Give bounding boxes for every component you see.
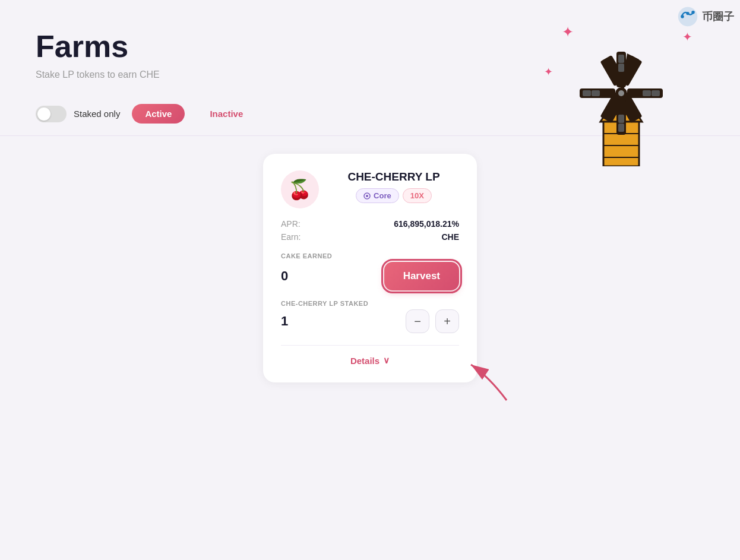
apr-row: APR: 616,895,018.21% [281,219,459,229]
staked-section: CHE-CHERRY LP STAKED 1 − + [281,300,459,333]
stake-button[interactable]: + [435,309,459,333]
details-link[interactable]: Details ∨ [281,355,459,366]
apr-label: APR: [281,219,301,229]
earn-value: CHE [441,232,459,242]
badges: Core 10X [356,188,432,203]
svg-rect-30 [592,90,600,96]
active-tab-button[interactable]: Active [132,104,185,124]
svg-rect-28 [618,115,624,123]
earn-row: Earn: CHE [281,232,459,242]
hero-section: Farms Stake LP tokens to earn CHE ✦ ✦ ✦ [0,0,740,92]
card-title-section: CHE-CHERRY LP Core 10X [328,170,459,203]
toggle-knob [37,107,50,121]
card-title: CHE-CHERRY LP [347,170,439,183]
svg-point-34 [366,195,368,197]
apr-value: 616,895,018.21% [394,219,459,229]
svg-rect-25 [652,90,660,96]
core-badge: Core [356,188,399,203]
svg-rect-23 [618,55,624,63]
cherry-icon: 🍒 [288,178,312,201]
inactive-tab-button[interactable]: Inactive [197,104,256,124]
windmill-illustration: ✦ ✦ ✦ [562,18,692,184]
svg-rect-24 [618,64,624,72]
windmill-svg [562,18,681,166]
svg-point-32 [618,90,624,96]
earned-row: 0 Harvest [281,262,459,290]
cake-earned-label: CAKE EARNED [281,252,459,260]
star-decoration-1: ✦ [562,24,574,40]
unstake-button[interactable]: − [406,309,429,333]
chevron-down-icon: ∨ [383,355,390,366]
staked-only-toggle[interactable] [36,106,67,122]
cards-container: 🍒 CHE-CHERRY LP Core 10X A [0,154,740,382]
shield-small-icon [363,192,371,200]
cake-earned-value: 0 [281,268,288,284]
svg-rect-29 [583,90,591,96]
star-decoration-3: ✦ [682,30,692,44]
staked-label: CHE-CHERRY LP STAKED [281,300,459,307]
annotation-arrow [453,353,518,406]
multiplier-badge: 10X [403,188,432,203]
svg-rect-27 [618,124,624,132]
svg-rect-26 [643,90,651,96]
card-header: 🍒 CHE-CHERRY LP Core 10X [281,170,459,208]
stake-controls: − + [406,309,459,333]
staked-row: 1 − + [281,309,459,333]
card-divider [281,345,459,346]
staked-value: 1 [281,314,288,329]
cake-earned-section: CAKE EARNED 0 Harvest [281,252,459,290]
staked-only-label: Staked only [74,109,120,119]
harvest-button[interactable]: Harvest [384,262,459,290]
stats-section: APR: 616,895,018.21% Earn: CHE [281,219,459,242]
star-decoration-2: ✦ [544,65,553,78]
token-icon: 🍒 [281,170,319,208]
farm-card: 🍒 CHE-CHERRY LP Core 10X A [263,154,477,382]
staked-only-toggle-wrapper: Staked only [36,106,120,122]
earn-label: Earn: [281,232,301,242]
